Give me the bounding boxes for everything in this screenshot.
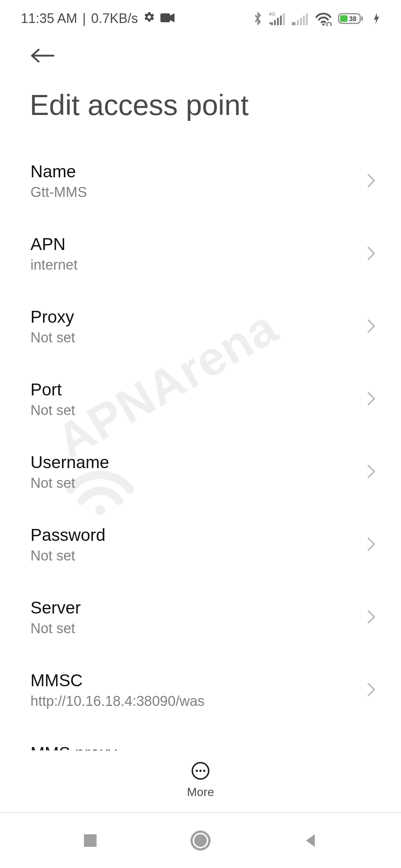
- triangle-left-icon: [302, 832, 319, 849]
- field-value: Not set: [30, 548, 105, 564]
- svg-text:38: 38: [349, 15, 356, 23]
- back-arrow-icon: [30, 48, 56, 63]
- field-row-proxy[interactable]: Proxy Not set: [0, 290, 401, 362]
- svg-rect-5: [277, 18, 279, 25]
- page-title: Edit access point: [0, 72, 401, 144]
- header-bar: [0, 34, 401, 72]
- svg-rect-11: [303, 16, 305, 25]
- signal-4g-icon: 4G: [269, 11, 286, 26]
- field-label: Username: [30, 452, 109, 472]
- nav-back-button[interactable]: [302, 832, 319, 849]
- nav-recents-button[interactable]: [82, 832, 99, 849]
- svg-rect-1: [160, 13, 170, 22]
- charging-icon: [373, 11, 380, 26]
- field-label: Password: [30, 525, 105, 545]
- more-icon: [191, 762, 210, 780]
- field-row-password[interactable]: Password Not set: [0, 508, 401, 581]
- battery-icon: 38: [338, 11, 367, 26]
- field-label: Server: [30, 598, 81, 618]
- field-value: Not set: [30, 330, 75, 346]
- more-button[interactable]: More: [187, 762, 214, 799]
- field-value: Not set: [30, 621, 81, 637]
- field-row-username[interactable]: Username Not set: [0, 435, 401, 508]
- camera-icon: [160, 11, 175, 26]
- field-value: Not set: [30, 402, 75, 418]
- field-label: Port: [30, 379, 75, 400]
- back-button[interactable]: [30, 48, 56, 65]
- svg-rect-10: [300, 18, 302, 25]
- chevron-right-icon: [366, 173, 376, 188]
- field-row-port[interactable]: Port Not set: [0, 362, 401, 435]
- apn-fields-list: Name Gtt-MMS APN internet Proxy Not set …: [0, 144, 401, 799]
- svg-text:4G: 4G: [269, 11, 275, 17]
- chevron-right-icon: [366, 246, 376, 261]
- field-label: Proxy: [30, 307, 75, 327]
- status-separator: |: [82, 11, 86, 26]
- svg-point-22: [203, 770, 205, 772]
- chevron-right-icon: [366, 609, 376, 624]
- field-label: Name: [30, 161, 87, 181]
- status-bar: 11:35 AM | 0.7KB/s 4G: [0, 0, 401, 34]
- svg-point-20: [196, 770, 198, 772]
- field-row-server[interactable]: Server Not set: [0, 581, 401, 653]
- svg-rect-6: [280, 16, 282, 25]
- svg-rect-9: [297, 20, 299, 25]
- wifi-icon: [315, 11, 332, 26]
- system-nav-bar: [0, 812, 401, 868]
- bluetooth-icon: [253, 11, 263, 26]
- field-row-name[interactable]: Name Gtt-MMS: [0, 144, 401, 217]
- field-row-mmsc[interactable]: MMSC http://10.16.18.4:38090/was: [0, 653, 401, 726]
- bottom-toolbar: More: [0, 750, 401, 809]
- field-row-apn[interactable]: APN internet: [0, 217, 401, 290]
- chevron-right-icon: [366, 319, 376, 333]
- field-label: APN: [30, 234, 78, 254]
- field-value: http://10.16.18.4:38090/was: [30, 693, 205, 709]
- svg-rect-7: [283, 13, 285, 25]
- chevron-right-icon: [366, 537, 376, 552]
- settings-icon: [143, 11, 155, 26]
- field-value: Not set: [30, 475, 109, 491]
- signal-nosim-icon: [292, 11, 309, 26]
- circle-icon: [190, 830, 211, 851]
- status-speed: 0.7KB/s: [91, 11, 138, 26]
- svg-rect-23: [84, 834, 97, 847]
- svg-rect-12: [306, 13, 308, 25]
- chevron-right-icon: [366, 682, 376, 697]
- field-label: MMSC: [30, 670, 205, 690]
- chevron-right-icon: [366, 391, 376, 406]
- field-value: Gtt-MMS: [30, 184, 87, 200]
- status-time: 11:35 AM: [21, 11, 77, 26]
- svg-point-13: [322, 23, 325, 26]
- svg-rect-16: [340, 15, 348, 22]
- svg-rect-17: [361, 16, 363, 21]
- svg-point-25: [194, 834, 207, 847]
- nav-home-button[interactable]: [190, 830, 211, 851]
- svg-rect-4: [274, 20, 276, 25]
- svg-point-21: [199, 770, 202, 772]
- chevron-right-icon: [366, 464, 376, 479]
- square-icon: [82, 832, 99, 849]
- more-label: More: [187, 785, 214, 799]
- field-value: internet: [30, 257, 78, 273]
